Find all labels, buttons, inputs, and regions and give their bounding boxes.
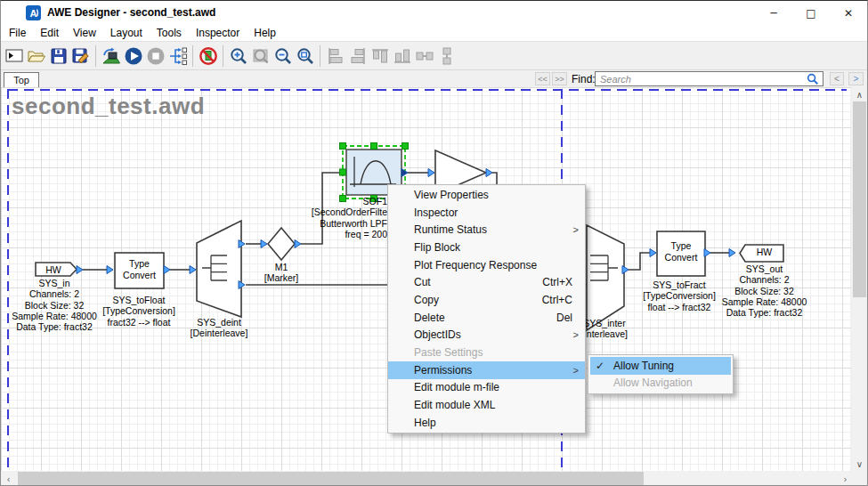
connect-horizontal-icon <box>415 46 434 66</box>
submenu-arrow-icon: > <box>573 364 579 375</box>
connect-vertical-icon <box>437 46 457 66</box>
toolbar-button-align-left[interactable] <box>324 44 346 69</box>
menu-tools[interactable]: Tools <box>150 25 189 41</box>
propagate-changes-icon <box>168 46 188 66</box>
find-next-all-button[interactable]: >> <box>552 72 567 85</box>
toolbar-button-zoom-selection[interactable] <box>294 44 316 69</box>
toolbar-button-run[interactable] <box>122 44 144 69</box>
menu-layout[interactable]: Layout <box>103 25 150 41</box>
menu-item-delete[interactable]: Delete Del <box>388 309 585 327</box>
save-icon <box>49 46 69 66</box>
menu-edit[interactable]: Edit <box>33 25 66 41</box>
submenu-item-allow-tuning[interactable]: ✓ Allow Tuning <box>590 357 731 375</box>
toolbar-button-zoom-out[interactable] <box>272 44 294 69</box>
block-sys-deint[interactable] <box>197 221 241 317</box>
menu-item-objectids[interactable]: ObjectIDs > <box>388 327 585 344</box>
new-design-icon <box>4 46 24 66</box>
svg-text:A: A <box>30 8 37 19</box>
tab-top[interactable]: Top <box>4 72 39 87</box>
toolbar-button-halt[interactable] <box>197 44 219 69</box>
toolbar-button-save-as[interactable] <box>69 44 92 69</box>
toolbar-button-align-right[interactable] <box>346 44 369 69</box>
toolbar <box>1 41 867 70</box>
find-prev-all-button[interactable]: << <box>535 72 550 85</box>
menu-item-flip-block[interactable]: Flip Block <box>388 239 585 256</box>
toolbar-button-align-top[interactable] <box>369 44 391 69</box>
menu-inspector[interactable]: Inspector <box>189 25 247 41</box>
save-as-icon <box>71 46 91 66</box>
sys-out-hw-text: HW <box>745 247 783 258</box>
toolbar-button-stop[interactable] <box>144 44 166 69</box>
menu-item-cut[interactable]: Cut Ctrl+X <box>388 273 585 291</box>
search-input[interactable] <box>595 71 823 86</box>
horizontal-scrollbar[interactable]: ‹ › <box>1 471 853 486</box>
menu-item-paste-settings[interactable]: Paste Settings <box>388 344 585 361</box>
toolbar-button-zoom-fit[interactable] <box>249 44 272 69</box>
find-prev-button[interactable]: < <box>830 72 844 85</box>
close-button[interactable]: ✕ <box>830 1 867 25</box>
halt-icon <box>199 46 218 66</box>
toolbar-button-propagate[interactable] <box>166 44 189 69</box>
permissions-submenu: ✓ Allow Tuning Allow Navigation <box>588 354 734 394</box>
menu-view[interactable]: View <box>66 25 103 41</box>
menu-item-edit-module-m-file[interactable]: Edit module m-file <box>388 379 585 397</box>
check-icon: ✓ <box>596 360 604 372</box>
toolbar-button-open[interactable] <box>25 44 47 69</box>
design-canvas[interactable]: second_test.awd <box>1 87 851 471</box>
align-bottom-icon <box>393 46 412 66</box>
toolbar-button-connect[interactable] <box>100 44 122 69</box>
sys-deint-label: SYS_deint [Deinterleave] <box>166 317 272 339</box>
menu-item-edit-module-xml[interactable]: Edit module XML <box>388 396 585 414</box>
find-label: Find: <box>572 73 596 85</box>
minimize-button[interactable]: ─ <box>755 1 792 25</box>
menu-item-runtime-status[interactable]: Runtime Status > <box>388 221 585 239</box>
sys-in-hw-text: HW <box>36 264 71 276</box>
pin <box>190 266 196 274</box>
block-sys-inter[interactable] <box>587 225 624 330</box>
align-left-icon <box>326 46 345 66</box>
menu-item-plot-frequency-response[interactable]: Plot Frequency Response <box>388 256 585 274</box>
vertical-scrollbar[interactable]: ∧ ∨ <box>851 87 868 471</box>
zoom-fit-icon <box>251 46 271 66</box>
toolbar-button-connect-vertical[interactable] <box>435 44 458 69</box>
find-bar: Top << >> Find: < > <box>1 70 867 87</box>
find-next-button[interactable]: > <box>848 72 864 85</box>
pin <box>107 266 113 274</box>
toolbar-button-connect-horizontal[interactable] <box>413 44 435 69</box>
toolbar-button-align-bottom[interactable] <box>391 44 413 69</box>
connect-target-icon <box>101 46 121 66</box>
maximize-button[interactable]: □ <box>792 1 830 25</box>
toolbar-button-new[interactable] <box>3 44 25 69</box>
vertical-scroll-thumb[interactable] <box>853 101 866 297</box>
pin <box>729 249 735 257</box>
pin <box>164 266 170 274</box>
menu-item-copy[interactable]: Copy Ctrl+C <box>388 291 585 309</box>
toolbar-separator <box>223 45 223 67</box>
play-icon <box>124 46 143 66</box>
menu-item-view-properties[interactable]: View Properties <box>388 186 585 204</box>
menu-item-inspector[interactable]: Inspector <box>388 204 585 222</box>
toolbar-button-zoom-in[interactable] <box>227 44 249 69</box>
horizontal-scroll-thumb[interactable] <box>18 472 644 486</box>
submenu-arrow-icon: > <box>573 329 579 340</box>
toolbar-button-save[interactable] <box>47 44 69 69</box>
pin <box>428 169 434 177</box>
wire <box>629 253 650 270</box>
scroll-left-icon[interactable]: ‹ <box>1 472 16 486</box>
zoom-selection-icon <box>296 46 315 66</box>
scroll-down-icon[interactable]: ∨ <box>852 457 867 471</box>
scroll-up-icon[interactable]: ∧ <box>852 87 867 101</box>
pin <box>77 266 83 274</box>
menu-item-help[interactable]: Help <box>388 414 585 432</box>
menu-item-permissions[interactable]: Permissions > <box>388 361 585 379</box>
toolbar-separator <box>320 45 320 67</box>
toolbar-separator <box>192 45 193 67</box>
search-icon[interactable] <box>807 73 819 85</box>
context-menu: View Properties Inspector Runtime Status… <box>387 184 586 433</box>
scroll-right-icon[interactable]: › <box>838 472 853 486</box>
pin <box>486 169 492 177</box>
menu-file[interactable]: File <box>2 25 33 41</box>
submenu-item-allow-navigation[interactable]: Allow Navigation <box>590 375 731 393</box>
pin <box>704 249 710 257</box>
menu-help[interactable]: Help <box>247 25 283 41</box>
